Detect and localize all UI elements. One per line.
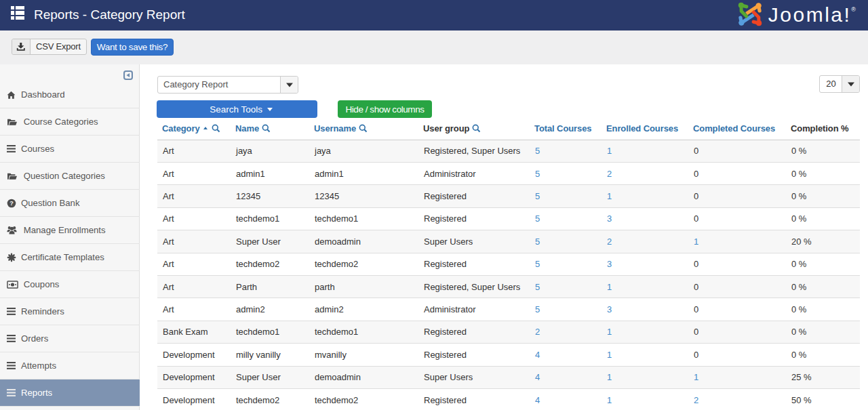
svg-text:?: ? (9, 200, 14, 207)
